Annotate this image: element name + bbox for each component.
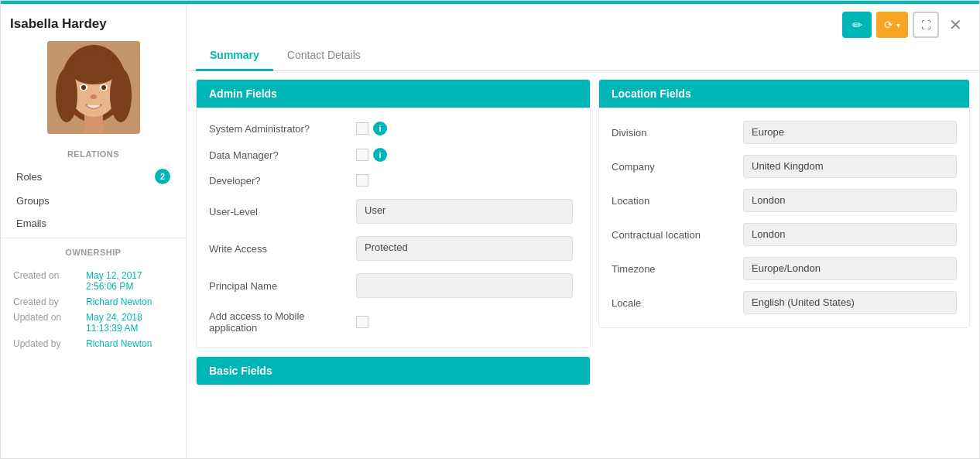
principal-name-input[interactable] (356, 273, 573, 298)
field-system-admin: System Administrator? i (197, 115, 590, 142)
created-by-label: Created by (13, 296, 83, 307)
panels-row: Admin Fields System Administrator? i (187, 71, 979, 458)
mobile-access-label: Add access to Mobile application (209, 310, 348, 334)
updated-by-value: Richard Newton (86, 338, 173, 349)
tab-contact-details[interactable]: Contact Details (273, 41, 375, 71)
field-timezone: Timezone Europe/London (599, 252, 969, 286)
sidebar: Isabella Hardey (1, 4, 187, 458)
ownership-created-on: Created on May 12, 2017 2:56:06 PM (1, 268, 186, 294)
sidebar-item-groups[interactable]: Groups (1, 190, 186, 212)
sidebar-item-roles[interactable]: Roles 2 (1, 163, 186, 190)
svg-point-10 (101, 85, 106, 90)
relations-list: Roles 2 Groups Emails (1, 163, 186, 235)
location-fields-body: Division Europe Company United Kingdom L… (599, 108, 969, 327)
main-layout: Isabella Hardey (1, 4, 979, 458)
field-data-manager: Data Manager? i (197, 142, 590, 168)
header-actions: ✏ ⟳ ▾ ⛶ ✕ (842, 12, 967, 38)
admin-fields-header: Admin Fields (197, 80, 590, 108)
avatar-image (47, 41, 140, 134)
field-locale: Locale English (United States) (599, 286, 969, 320)
edit-icon: ✏ (852, 18, 862, 33)
developer-checkbox[interactable] (356, 174, 368, 187)
avatar-area (1, 38, 186, 143)
developer-label: Developer? (209, 175, 348, 187)
company-label: Company (612, 161, 735, 173)
tab-summary[interactable]: Summary (196, 41, 273, 71)
content-area: ✏ ⟳ ▾ ⛶ ✕ Summary (187, 4, 979, 458)
field-company: Company United Kingdom (599, 149, 969, 183)
ownership-section: Created on May 12, 2017 2:56:06 PM Creat… (1, 262, 186, 358)
expand-button[interactable]: ⛶ (913, 12, 939, 38)
timezone-value: Europe/London (743, 257, 957, 280)
user-level-label: User-Level (209, 206, 348, 218)
updated-on-label: Updated on (13, 312, 83, 334)
close-icon: ✕ (949, 15, 962, 34)
admin-fields-panel: Admin Fields System Administrator? i (196, 79, 591, 348)
field-mobile-access: Add access to Mobile application (197, 304, 590, 340)
ownership-section-label: OWNERSHIP (1, 241, 186, 262)
field-user-level: User-Level User (197, 193, 590, 230)
ownership-created-by: Created by Richard Newton (1, 294, 186, 310)
principal-name-label: Principal Name (209, 280, 348, 292)
data-manager-label: Data Manager? (209, 149, 348, 161)
company-value: United Kingdom (743, 155, 957, 178)
division-label: Division (612, 127, 735, 139)
workflow-button[interactable]: ⟳ ▾ (876, 12, 908, 38)
created-on-label: Created on (13, 270, 83, 292)
profile-name: Isabella Hardey (10, 16, 107, 32)
location-label: Location (612, 195, 735, 207)
mobile-access-control (356, 316, 577, 328)
svg-point-5 (56, 68, 77, 122)
edit-button[interactable]: ✏ (842, 12, 872, 38)
sidebar-item-emails[interactable]: Emails (1, 212, 186, 235)
user-level-value: User (356, 199, 573, 224)
workflow-icon: ⟳ (884, 19, 893, 31)
updated-by-label: Updated by (13, 338, 83, 349)
locale-value: English (United States) (743, 291, 957, 314)
workflow-chevron: ▾ (896, 21, 900, 29)
division-value: Europe (743, 121, 957, 144)
ownership-updated-on: Updated on May 24, 2018 11:13:39 AM (1, 310, 186, 336)
data-manager-control: i (356, 148, 577, 162)
write-access-label: Write Access (209, 243, 348, 255)
svg-point-11 (91, 94, 97, 99)
panel-right: Location Fields Division Europe Company … (598, 79, 970, 450)
ownership-updated-by: Updated by Richard Newton (1, 336, 186, 351)
relations-section-label: RELATIONS (1, 143, 186, 163)
groups-label: Groups (16, 195, 50, 207)
contractual-location-label: Contractual location (612, 229, 735, 241)
emails-label: Emails (16, 218, 46, 229)
system-admin-control: i (356, 122, 577, 135)
field-developer: Developer? (197, 168, 590, 193)
field-location: Location London (599, 183, 969, 218)
developer-control (356, 174, 577, 187)
field-contractual-location: Contractual location London (599, 218, 969, 252)
location-fields-header: Location Fields (599, 80, 969, 108)
expand-icon: ⛶ (921, 19, 931, 31)
mobile-access-checkbox[interactable] (356, 316, 368, 328)
data-manager-checkbox[interactable] (356, 149, 368, 161)
contractual-location-value: London (743, 223, 957, 246)
field-principal-name: Principal Name (197, 267, 590, 304)
principal-name-control (356, 273, 577, 298)
header-row: ✏ ⟳ ▾ ⛶ ✕ (187, 4, 979, 38)
svg-point-4 (69, 53, 118, 84)
system-admin-checkbox[interactable] (356, 122, 368, 135)
svg-point-6 (110, 68, 132, 122)
created-on-value: May 12, 2017 2:56:06 PM (86, 270, 173, 292)
basic-fields-header: Basic Fields (197, 357, 590, 385)
write-access-control: Protected (356, 236, 577, 261)
data-manager-info-icon[interactable]: i (373, 148, 387, 162)
admin-fields-body: System Administrator? i Data Manager? (197, 108, 590, 348)
user-level-control: User (356, 199, 577, 224)
created-by-value: Richard Newton (86, 296, 173, 307)
roles-label: Roles (16, 171, 42, 183)
close-button[interactable]: ✕ (944, 13, 967, 36)
system-admin-info-icon[interactable]: i (373, 122, 387, 135)
app-container: Isabella Hardey (0, 0, 980, 459)
system-admin-label: System Administrator? (209, 123, 348, 135)
field-write-access: Write Access Protected (197, 230, 590, 267)
location-value: London (743, 189, 957, 212)
basic-fields-panel: Basic Fields (196, 356, 591, 385)
avatar (47, 41, 140, 134)
